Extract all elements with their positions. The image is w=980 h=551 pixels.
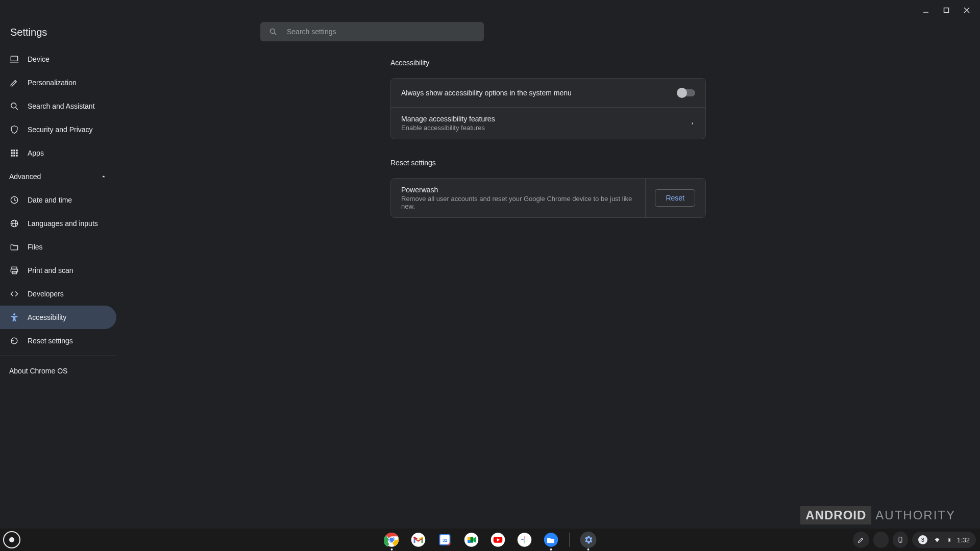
shelf-app-chrome[interactable] bbox=[384, 532, 400, 548]
row-always-show-a11y[interactable]: Always show accessibility options in the… bbox=[391, 79, 705, 107]
notification-badge: 3 bbox=[918, 535, 927, 544]
sidebar-item-search-assistant[interactable]: Search and Assistant bbox=[0, 94, 116, 118]
sidebar-item-date-time[interactable]: Date and time bbox=[0, 188, 116, 212]
stylus-tools-button[interactable] bbox=[853, 532, 869, 548]
status-tray[interactable]: 3 1:32 bbox=[912, 532, 976, 548]
apps-icon bbox=[9, 148, 19, 158]
sidebar-item-label: Search and Assistant bbox=[28, 102, 95, 110]
launcher-button[interactable] bbox=[3, 531, 20, 548]
sidebar: Device Personalization Search and Assist… bbox=[0, 44, 116, 529]
app-title: Settings bbox=[10, 27, 47, 38]
sidebar-item-label: Personalization bbox=[28, 79, 77, 87]
sidebar-item-label: Apps bbox=[28, 149, 44, 157]
shelf-app-gmail[interactable] bbox=[410, 532, 427, 548]
search-icon bbox=[9, 101, 19, 111]
about-label: About Chrome OS bbox=[9, 367, 67, 375]
svg-rect-25 bbox=[12, 271, 16, 274]
shelf-app-meet[interactable] bbox=[463, 532, 480, 548]
svg-rect-46 bbox=[949, 538, 950, 538]
chevron-up-icon bbox=[100, 173, 107, 180]
content-area: Accessibility Always show accessibility … bbox=[116, 44, 980, 529]
shelf-app-photos[interactable] bbox=[517, 532, 533, 548]
row-sublabel: Remove all user accounts and reset your … bbox=[401, 195, 637, 210]
svg-rect-6 bbox=[11, 56, 17, 61]
code-icon bbox=[9, 289, 19, 299]
svg-rect-37 bbox=[468, 537, 471, 540]
holding-space-button[interactable] bbox=[873, 532, 889, 548]
sidebar-item-print-scan[interactable]: Print and scan bbox=[0, 259, 116, 282]
reset-card: Powerwash Remove all user accounts and r… bbox=[390, 178, 706, 218]
laptop-icon bbox=[9, 54, 19, 64]
search-icon bbox=[268, 27, 278, 36]
svg-rect-13 bbox=[11, 152, 12, 154]
svg-point-31 bbox=[411, 533, 426, 547]
sidebar-item-accessibility[interactable]: Accessibility bbox=[0, 306, 116, 329]
shelf: 31 3 bbox=[0, 529, 980, 551]
shield-icon bbox=[9, 124, 19, 135]
folder-icon bbox=[9, 242, 19, 252]
sidebar-item-about[interactable]: About Chrome OS bbox=[0, 359, 116, 383]
accessibility-icon bbox=[9, 312, 19, 322]
svg-rect-12 bbox=[16, 149, 17, 151]
sidebar-item-label: Print and scan bbox=[28, 266, 74, 274]
reset-icon bbox=[9, 336, 19, 346]
sidebar-item-device[interactable]: Device bbox=[0, 47, 116, 71]
svg-rect-18 bbox=[16, 155, 17, 156]
sidebar-item-developers[interactable]: Developers bbox=[0, 282, 116, 306]
svg-rect-14 bbox=[13, 152, 15, 154]
svg-line-9 bbox=[16, 108, 18, 110]
clock-icon bbox=[9, 195, 19, 205]
row-manage-a11y[interactable]: Manage accessibility features Enable acc… bbox=[391, 107, 705, 139]
chevron-right-icon bbox=[690, 120, 695, 127]
clock-text: 1:32 bbox=[957, 536, 970, 544]
section-title-reset: Reset settings bbox=[390, 159, 706, 167]
sidebar-item-languages[interactable]: Languages and inputs bbox=[0, 212, 116, 235]
svg-point-8 bbox=[11, 103, 16, 108]
app-indicator bbox=[587, 548, 590, 550]
row-sublabel: Enable accessibility features bbox=[401, 124, 495, 132]
sidebar-item-label: Files bbox=[28, 243, 43, 251]
app-indicator bbox=[550, 548, 552, 550]
svg-rect-17 bbox=[13, 155, 15, 156]
search-box[interactable] bbox=[260, 22, 484, 41]
svg-point-4 bbox=[270, 29, 275, 33]
search-input[interactable] bbox=[287, 28, 476, 36]
accessibility-card: Always show accessibility options in the… bbox=[390, 78, 706, 139]
printer-icon bbox=[9, 265, 19, 276]
battery-icon bbox=[947, 535, 952, 544]
sidebar-item-reset-settings[interactable]: Reset settings bbox=[0, 329, 116, 353]
sidebar-item-security-privacy[interactable]: Security and Privacy bbox=[0, 118, 116, 141]
toggle-always-show-a11y[interactable] bbox=[678, 89, 695, 96]
sidebar-item-label: Date and time bbox=[28, 196, 72, 204]
watermark: ANDROID AUTHORITY bbox=[800, 506, 955, 524]
shelf-app-files[interactable] bbox=[543, 532, 559, 548]
sidebar-item-label: Reset settings bbox=[28, 337, 73, 345]
sidebar-advanced-toggle[interactable]: Advanced bbox=[0, 165, 116, 188]
launcher-icon bbox=[9, 537, 14, 542]
shelf-app-calendar[interactable]: 31 bbox=[437, 532, 453, 548]
sidebar-item-label: Languages and inputs bbox=[28, 219, 98, 228]
shelf-app-youtube[interactable] bbox=[490, 532, 506, 548]
app-indicator bbox=[391, 548, 393, 550]
sidebar-item-label: Developers bbox=[28, 290, 64, 298]
vertical-divider bbox=[645, 179, 646, 217]
svg-point-26 bbox=[13, 314, 15, 315]
svg-rect-38 bbox=[468, 540, 471, 543]
shelf-divider bbox=[570, 533, 570, 547]
row-label: Always show accessibility options in the… bbox=[401, 89, 572, 97]
sidebar-item-apps[interactable]: Apps bbox=[0, 141, 116, 165]
edit-icon bbox=[9, 78, 19, 88]
svg-rect-10 bbox=[11, 149, 12, 151]
sidebar-item-label: Accessibility bbox=[28, 313, 66, 321]
shelf-app-settings[interactable] bbox=[580, 532, 597, 548]
phone-hub-button[interactable] bbox=[893, 532, 908, 548]
row-label: Powerwash bbox=[401, 186, 637, 194]
sidebar-divider bbox=[0, 356, 116, 356]
advanced-label: Advanced bbox=[9, 172, 41, 181]
section-title-accessibility: Accessibility bbox=[390, 59, 706, 67]
row-label: Manage accessibility features bbox=[401, 115, 495, 123]
reset-button[interactable]: Reset bbox=[655, 189, 695, 207]
sidebar-item-files[interactable]: Files bbox=[0, 235, 116, 259]
sidebar-item-personalization[interactable]: Personalization bbox=[0, 71, 116, 94]
svg-rect-11 bbox=[13, 149, 15, 151]
